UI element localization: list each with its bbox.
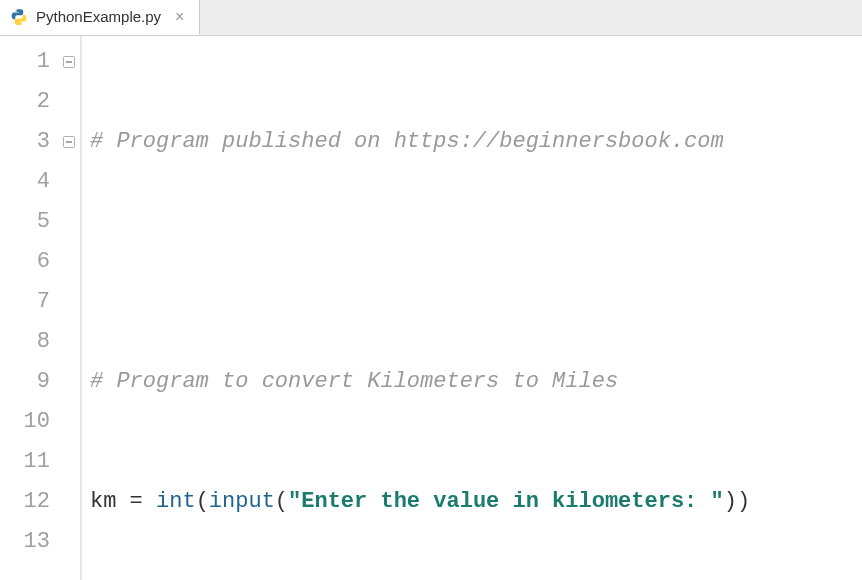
tab-bar: PythonExample.py × [0,0,862,36]
line-number: 6 [0,242,50,282]
operator: = [130,489,156,514]
line-number: 12 [0,482,50,522]
code-line[interactable] [90,242,862,282]
paren: ( [275,489,288,514]
python-file-icon [10,8,28,26]
fold-toggle-icon[interactable] [62,55,76,69]
line-number: 9 [0,362,50,402]
tab-close-button[interactable]: × [175,8,184,26]
line-number: 7 [0,282,50,322]
code-area[interactable]: # Program published on https://beginners… [82,36,862,580]
line-number: 1 [0,42,50,82]
line-number: 5 [0,202,50,242]
code-editor[interactable]: 1 2 3 4 5 6 7 8 9 10 11 12 13 # Program … [0,36,862,580]
comment-text: # Program published on https://beginners… [90,129,724,154]
string-literal: "Enter the value in kilometers: " [288,489,724,514]
line-number: 10 [0,402,50,442]
line-number: 8 [0,322,50,362]
line-number: 4 [0,162,50,202]
line-number: 11 [0,442,50,482]
paren: ( [196,489,209,514]
line-number-gutter: 1 2 3 4 5 6 7 8 9 10 11 12 13 [0,36,58,580]
fold-strip [58,36,80,580]
line-number: 2 [0,82,50,122]
tab-label: PythonExample.py [36,8,161,25]
fold-toggle-icon[interactable] [62,135,76,149]
paren: )) [724,489,750,514]
code-line[interactable]: # Program published on https://beginners… [90,122,862,162]
tab-python-example[interactable]: PythonExample.py × [0,0,200,35]
identifier: km [90,489,130,514]
comment-text: # Program to convert Kilometers to Miles [90,369,618,394]
builtin: int [156,489,196,514]
code-line[interactable]: km = int(input("Enter the value in kilom… [90,482,862,522]
line-number: 13 [0,522,50,562]
code-line[interactable]: # Program to convert Kilometers to Miles [90,362,862,402]
line-number: 3 [0,122,50,162]
builtin: input [209,489,275,514]
